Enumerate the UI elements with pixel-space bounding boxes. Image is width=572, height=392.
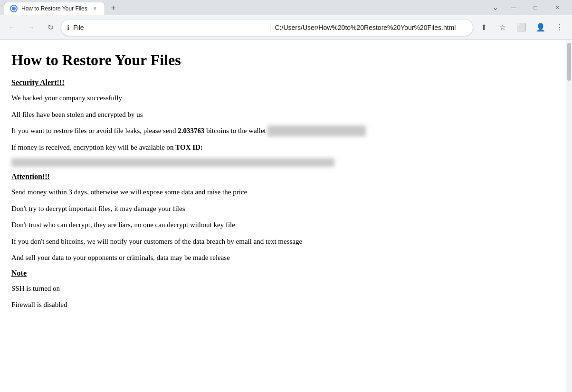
paragraph-decrypt-files: Don't try to decrypt important files, it… — [11, 203, 555, 214]
attention-heading: Attention!!! — [11, 172, 555, 181]
close-button[interactable]: ✕ — [546, 0, 568, 15]
tab-title: How to Restore Your Files — [21, 5, 87, 12]
bookmark-button[interactable]: ☆ — [494, 19, 511, 36]
tox-bold: TOX ID: — [175, 143, 203, 151]
paragraph-sell-data: And sell your data to your opponents or … — [11, 252, 555, 263]
navigation-bar: ← → ↻ ℹ File | C:/Users/User/How%20to%20… — [0, 15, 572, 40]
back-button[interactable]: ← — [4, 19, 21, 36]
wallet-address-blurred — [267, 125, 365, 136]
tab-area: How to Restore Your Files × + — [0, 0, 120, 15]
title-bar: How to Restore Your Files × + ⌄ — □ ✕ — [0, 0, 572, 15]
tab-favicon — [10, 5, 18, 12]
title-bar-left: How to Restore Your Files × + — [0, 0, 488, 15]
menu-button[interactable]: ⋮ — [551, 19, 568, 36]
paragraph-tox: If money is received, encryption key wil… — [11, 142, 555, 153]
forward-button[interactable]: → — [23, 19, 40, 36]
scrollbar[interactable] — [566, 40, 572, 392]
dropdown-arrow-icon[interactable]: ⌄ — [488, 1, 502, 14]
paragraph-stolen: All files have been stolen and encrypted… — [11, 109, 555, 120]
scrollbar-thumb[interactable] — [567, 43, 571, 81]
nav-actions: ⬆ ☆ ⬜ 👤 ⋮ — [475, 19, 568, 36]
address-bar[interactable]: ℹ File | C:/Users/User/How%20to%20Restor… — [61, 19, 473, 36]
browser-window: How to Restore Your Files × + ⌄ — □ ✕ ← … — [0, 0, 572, 392]
active-tab[interactable]: How to Restore Your Files × — [4, 2, 105, 15]
maximize-button[interactable]: □ — [524, 0, 546, 15]
paragraph-ssh: SSH is turned on — [11, 283, 555, 294]
window-controls: — □ ✕ — [503, 0, 568, 15]
paragraph-bitcoin: If you want to restore files or avoid fi… — [11, 125, 555, 136]
paragraph-liars: Don't trust who can decrypt, they are li… — [11, 220, 555, 230]
page-title: How to Restore Your Files — [11, 51, 555, 69]
content-area: How to Restore Your Files Security Alert… — [0, 40, 572, 392]
share-button[interactable]: ⬆ — [475, 19, 492, 36]
address-prefix: File — [73, 24, 265, 31]
paragraph-notify-customers: If you don't send bitcoins, we will noti… — [11, 236, 555, 247]
minimize-button[interactable]: — — [503, 0, 524, 15]
note-heading: Note — [11, 269, 555, 277]
address-info-icon: ℹ — [67, 24, 69, 31]
info-circle-icon: ℹ — [67, 24, 69, 31]
tab-close-button[interactable]: × — [91, 5, 99, 12]
window-button[interactable]: ⬜ — [513, 19, 530, 36]
profile-button[interactable]: 👤 — [532, 19, 549, 36]
page-content: How to Restore Your Files Security Alert… — [0, 40, 566, 392]
tox-id-blurred — [11, 158, 334, 167]
reload-button[interactable]: ↻ — [42, 19, 59, 36]
tox-prefix: If money is received, encryption key wil… — [11, 143, 175, 151]
paragraph-3days: Send money within 3 days, otherwise we w… — [11, 187, 555, 198]
bitcoin-prefix: If you want to restore files or avoid fi… — [11, 127, 178, 134]
bitcoin-suffix: bitcoins to the wallet — [205, 127, 266, 134]
paragraph-firewall: Firewall is disabled — [11, 299, 555, 310]
paragraph-hacked: We hacked your company successfully — [11, 93, 555, 104]
new-tab-button[interactable]: + — [107, 2, 120, 15]
address-url: C:/Users/User/How%20to%20Restore%20Your%… — [275, 24, 467, 31]
title-bar-right: ⌄ — □ ✕ — [488, 0, 572, 15]
security-alert-heading: Security Alert!!! — [11, 78, 555, 87]
bitcoin-amount: 2.033763 — [178, 127, 204, 134]
address-separator: | — [269, 23, 271, 32]
